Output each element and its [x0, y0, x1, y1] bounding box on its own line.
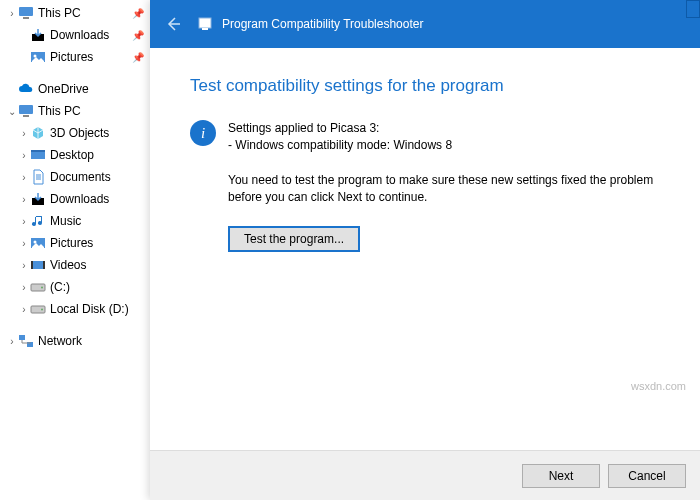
- tree-item-label: Documents: [50, 170, 111, 184]
- tree-item-network[interactable]: › Network: [0, 330, 150, 352]
- chevron-icon[interactable]: ⌄: [6, 106, 18, 117]
- svg-rect-22: [202, 28, 208, 30]
- monitor-icon: [18, 103, 34, 119]
- pin-icon: 📌: [132, 8, 144, 19]
- dialog-heading: Test compatibility settings for the prog…: [190, 76, 660, 96]
- tree-item-label: This PC: [38, 104, 81, 118]
- back-button[interactable]: [158, 9, 188, 39]
- music-icon: [30, 213, 46, 229]
- tree-item-label: Desktop: [50, 148, 94, 162]
- svg-rect-0: [19, 7, 33, 16]
- doc-icon: [30, 169, 46, 185]
- disk-icon: [30, 279, 46, 295]
- cancel-button[interactable]: Cancel: [608, 464, 686, 488]
- svg-rect-8: [31, 150, 45, 152]
- down-icon: [30, 27, 46, 43]
- tree-item-3d-objects[interactable]: › 3D Objects: [0, 122, 150, 144]
- chevron-icon[interactable]: ›: [18, 238, 30, 249]
- svg-point-16: [41, 287, 43, 289]
- tree-item-label: (C:): [50, 280, 70, 294]
- tree-item-label: This PC: [38, 6, 81, 20]
- tree-item-pictures[interactable]: Pictures 📌: [0, 46, 150, 68]
- tree-item-label: Pictures: [50, 236, 93, 250]
- svg-rect-21: [199, 18, 211, 28]
- info-text: Settings applied to Picasa 3: - Windows …: [228, 120, 452, 154]
- tree-item-music[interactable]: › Music: [0, 210, 150, 232]
- tree-item-label: Downloads: [50, 192, 109, 206]
- chevron-icon[interactable]: ›: [18, 194, 30, 205]
- next-button[interactable]: Next: [522, 464, 600, 488]
- pin-icon: 📌: [132, 52, 144, 63]
- watermark: wsxdn.com: [631, 380, 686, 392]
- pic-icon: [30, 235, 46, 251]
- tree-item-label: Downloads: [50, 28, 109, 42]
- chevron-icon[interactable]: ›: [18, 216, 30, 227]
- tree-item-downloads[interactable]: Downloads 📌: [0, 24, 150, 46]
- tree-item-label: 3D Objects: [50, 126, 109, 140]
- svg-rect-14: [43, 261, 45, 269]
- svg-rect-1: [23, 17, 29, 19]
- cube-icon: [30, 125, 46, 141]
- tree-item-label: OneDrive: [38, 82, 89, 96]
- tree-item-label: Pictures: [50, 50, 93, 64]
- svg-rect-19: [19, 335, 25, 340]
- chevron-icon[interactable]: ›: [6, 8, 18, 19]
- chevron-icon[interactable]: ›: [18, 304, 30, 315]
- svg-rect-5: [19, 105, 33, 114]
- info-icon: i: [190, 120, 216, 146]
- test-program-button[interactable]: Test the program...: [228, 226, 360, 252]
- dialog-title: Program Compatibility Troubleshooter: [222, 17, 423, 31]
- troubleshooter-icon: [196, 15, 214, 33]
- disk-icon: [30, 301, 46, 317]
- window-control[interactable]: [686, 0, 700, 18]
- chevron-icon[interactable]: ›: [18, 260, 30, 271]
- explorer-sidebar: › This PC 📌 Downloads 📌 Pictures 📌 OneDr…: [0, 0, 150, 500]
- pic-icon: [30, 49, 46, 65]
- settings-applied-line: Settings applied to Picasa 3:: [228, 120, 452, 137]
- compat-mode-line: - Windows compatibility mode: Windows 8: [228, 137, 452, 154]
- net-icon: [18, 333, 34, 349]
- instruction-text: You need to test the program to make sur…: [228, 172, 660, 207]
- tree-item-pictures[interactable]: › Pictures: [0, 232, 150, 254]
- tree-item-label: Music: [50, 214, 81, 228]
- cloud-icon: [18, 81, 34, 97]
- desk-icon: [30, 147, 46, 163]
- chevron-icon[interactable]: ›: [18, 282, 30, 293]
- svg-rect-13: [31, 261, 33, 269]
- monitor-icon: [18, 5, 34, 21]
- tree-item-desktop[interactable]: › Desktop: [0, 144, 150, 166]
- svg-point-18: [41, 309, 43, 311]
- tree-item-label: Local Disk (D:): [50, 302, 129, 316]
- pin-icon: 📌: [132, 30, 144, 41]
- tree-item-videos[interactable]: › Videos: [0, 254, 150, 276]
- tree-item-downloads[interactable]: › Downloads: [0, 188, 150, 210]
- chevron-icon[interactable]: ›: [18, 172, 30, 183]
- svg-rect-6: [23, 115, 29, 117]
- vid-icon: [30, 257, 46, 273]
- tree-item-this-pc[interactable]: ⌄ This PC: [0, 100, 150, 122]
- troubleshooter-dialog: Program Compatibility Troubleshooter Tes…: [150, 0, 700, 500]
- chevron-icon[interactable]: ›: [18, 150, 30, 161]
- tree-item-documents[interactable]: › Documents: [0, 166, 150, 188]
- tree-item-label: Videos: [50, 258, 86, 272]
- down-icon: [30, 191, 46, 207]
- chevron-icon[interactable]: ›: [18, 128, 30, 139]
- tree-item--c-[interactable]: › (C:): [0, 276, 150, 298]
- dialog-body: Test compatibility settings for the prog…: [150, 48, 700, 450]
- tree-item-this-pc[interactable]: › This PC 📌: [0, 2, 150, 24]
- tree-item-label: Network: [38, 334, 82, 348]
- chevron-icon[interactable]: ›: [6, 336, 18, 347]
- dialog-footer: Next Cancel: [150, 450, 700, 500]
- tree-item-local-disk-d-[interactable]: › Local Disk (D:): [0, 298, 150, 320]
- info-row: i Settings applied to Picasa 3: - Window…: [190, 120, 660, 154]
- dialog-header: Program Compatibility Troubleshooter: [150, 0, 700, 48]
- svg-rect-12: [31, 261, 45, 269]
- tree-item-onedrive[interactable]: OneDrive: [0, 78, 150, 100]
